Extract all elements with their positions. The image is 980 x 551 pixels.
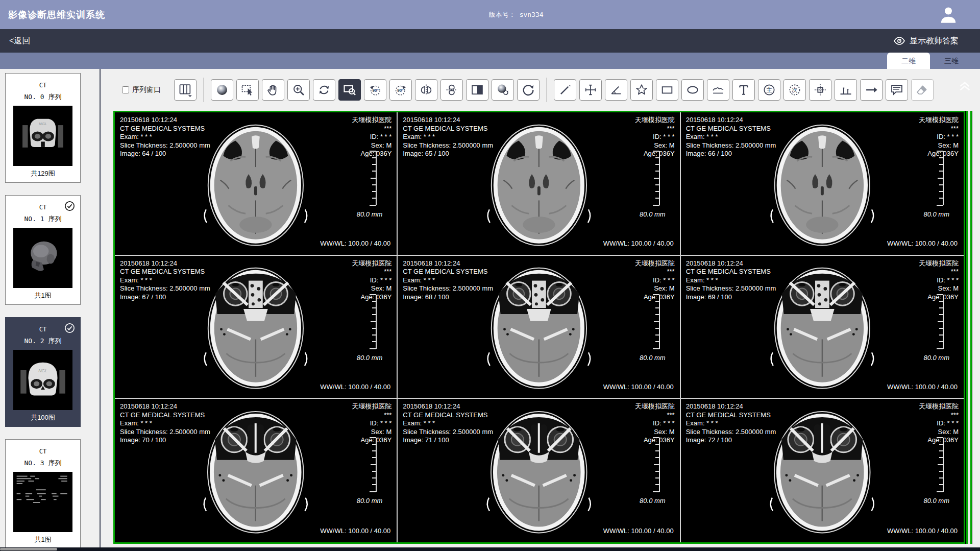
curve-profile-button[interactable] — [707, 79, 729, 101]
series-card[interactable]: CT NO. 0 序列 共129图 — [5, 73, 81, 183]
viewport-cell[interactable]: 20150618 10:12:24 CT GE MEDICAL SYSTEMS … — [115, 112, 398, 256]
patient-name-masked: *** — [919, 125, 959, 133]
viewport-cell[interactable]: 20150618 10:12:24 CT GE MEDICAL SYSTEMS … — [398, 112, 680, 256]
series-card[interactable]: CT NO. 2 序列 共100图 — [5, 317, 81, 427]
hospital-name: 天堰模拟医院 — [919, 259, 959, 268]
star-polygon-button[interactable] — [630, 79, 653, 101]
hospital-name: 天堰模拟医院 — [352, 116, 391, 125]
arrow-annotation-icon — [864, 83, 878, 97]
series-sidebar: CT NO. 0 序列 共129图 CT NO. 1 序列 共1图 CT NO.… — [0, 69, 101, 547]
scanner-name: CT GE MEDICAL SYSTEMS — [120, 125, 210, 133]
viewport-cell[interactable]: 20150618 10:12:24 CT GE MEDICAL SYSTEMS … — [681, 399, 964, 542]
patient-id: ID: * * * — [919, 133, 959, 141]
image-index: Image: 68 / 100 — [403, 293, 493, 302]
slice-thickness: Slice Thickness: 2.500000 mm — [120, 428, 210, 437]
tab-3d[interactable]: 三维 — [930, 53, 973, 69]
viewport-cell[interactable]: 20150618 10:12:24 CT GE MEDICAL SYSTEMS … — [681, 256, 964, 399]
ct-axial-brain-image — [194, 402, 316, 539]
series-name: NO. 0 序列 — [6, 92, 80, 102]
slice-thickness: Slice Thickness: 2.500000 mm — [120, 141, 210, 150]
window-width-level: WW/WL: 100.00 / 40.00 — [603, 527, 674, 536]
version-value: svn334 — [520, 11, 544, 18]
series-name: NO. 3 序列 — [6, 459, 80, 468]
primary-mark-button[interactable] — [758, 79, 780, 101]
eraser-button[interactable] — [911, 79, 934, 101]
window-level-ball-button[interactable] — [211, 79, 233, 101]
viewer-scrollbar[interactable] — [965, 111, 972, 544]
show-teacher-answer-label: 显示教师答案 — [910, 36, 959, 46]
zoom-region-button[interactable] — [338, 79, 361, 101]
series-image-count: 共1图 — [6, 535, 80, 544]
star-polygon-icon — [634, 83, 649, 97]
back-button[interactable]: <返回 — [9, 36, 30, 46]
ct-axial-brain-image — [195, 115, 316, 252]
viewport-cell[interactable]: 20150618 10:12:24 CT GE MEDICAL SYSTEMS … — [398, 399, 680, 542]
scanner-name: CT GE MEDICAL SYSTEMS — [120, 411, 210, 420]
overlay-top-left: 20150618 10:12:24 CT GE MEDICAL SYSTEMS … — [120, 259, 210, 302]
angle-measure-icon — [609, 83, 623, 97]
scale-label: 80.0 mm — [640, 497, 666, 506]
view-mode-tabs: 二维 三维 — [0, 53, 980, 69]
rotate-left-90-button[interactable] — [364, 79, 386, 101]
exam-id: Exam: * * * — [403, 133, 493, 141]
study-datetime: 20150618 10:12:24 — [120, 402, 210, 411]
window-width-level: WW/WL: 100.00 / 40.00 — [603, 239, 674, 248]
zoom-in-button[interactable] — [287, 79, 310, 101]
viewport-cell[interactable]: 20150618 10:12:24 CT GE MEDICAL SYSTEMS … — [681, 112, 964, 256]
ct-axial-brain-image — [478, 115, 600, 252]
collapse-toolbar-icon[interactable] — [957, 77, 973, 93]
hospital-name: 天堰模拟医院 — [919, 402, 959, 411]
arrow-annotation-button[interactable] — [860, 79, 883, 101]
series-card[interactable]: CT NO. 1 序列 共1图 — [5, 195, 81, 305]
viewport-cell[interactable]: 20150618 10:12:24 CT GE MEDICAL SYSTEMS … — [115, 256, 398, 399]
scale-ruler-icon — [651, 294, 662, 350]
series-card[interactable]: CT NO. 3 序列 共1图 — [5, 439, 81, 547]
series-window-toggle[interactable]: 序列窗口 — [122, 85, 161, 94]
invert-icon — [470, 83, 484, 97]
overlay-top-left: 20150618 10:12:24 CT GE MEDICAL SYSTEMS … — [120, 116, 210, 158]
select-arrow-button[interactable] — [236, 79, 259, 101]
text-annotation-button[interactable] — [732, 79, 755, 101]
patient-sex: Sex: M — [919, 428, 959, 437]
viewport-cell[interactable]: 20150618 10:12:24 CT GE MEDICAL SYSTEMS … — [398, 256, 680, 399]
rotate-right-90-icon — [394, 83, 408, 97]
reset-refresh-button[interactable] — [517, 79, 540, 101]
patient-id: ID: * * * — [352, 133, 391, 141]
slice-thickness: Slice Thickness: 2.500000 mm — [686, 284, 776, 293]
user-icon[interactable] — [938, 5, 959, 25]
series-window-checkbox[interactable] — [122, 86, 129, 93]
angle-measure-button[interactable] — [605, 79, 627, 101]
line-draw-button[interactable] — [554, 79, 576, 101]
rotate-free-button[interactable] — [313, 79, 335, 101]
horizontal-scrollbar-thumb[interactable] — [0, 548, 57, 550]
rotate-right-90-button[interactable] — [389, 79, 412, 101]
text-annotation-icon — [737, 83, 751, 97]
pan-hand-button[interactable] — [262, 79, 284, 101]
cross-measure-button[interactable] — [579, 79, 602, 101]
ellipse-roi-button[interactable] — [681, 79, 704, 101]
ct-axial-brain-image — [195, 258, 316, 395]
patient-sex: Sex: M — [635, 284, 675, 293]
flip-horizontal-button[interactable] — [415, 79, 437, 101]
line-draw-icon — [558, 83, 572, 97]
window-reset-button[interactable] — [492, 79, 514, 101]
rectangle-roi-button[interactable] — [656, 79, 678, 101]
comment-bubble-icon — [890, 83, 904, 97]
patient-name-masked: *** — [352, 411, 391, 420]
secondary-mark-button[interactable] — [783, 79, 806, 101]
viewport-cell[interactable]: 20150618 10:12:24 CT GE MEDICAL SYSTEMS … — [115, 399, 398, 542]
invert-button[interactable] — [466, 79, 488, 101]
comment-bubble-button[interactable] — [886, 79, 908, 101]
toolbar-groups — [200, 78, 937, 102]
tab-2d[interactable]: 二维 — [887, 53, 930, 69]
patient-id: ID: * * * — [635, 133, 675, 141]
crosshair-center-button[interactable] — [809, 79, 831, 101]
patient-id: ID: * * * — [919, 419, 959, 428]
scale-label: 80.0 mm — [640, 210, 666, 219]
layout-grid-button[interactable] — [174, 79, 197, 101]
scale-ruler-icon — [368, 150, 378, 206]
flip-vertical-button[interactable] — [440, 79, 463, 101]
version-label: 版本号： — [489, 11, 516, 18]
show-teacher-answer-button[interactable]: 显示教师答案 — [893, 35, 959, 47]
spike-profile-button[interactable] — [835, 79, 857, 101]
